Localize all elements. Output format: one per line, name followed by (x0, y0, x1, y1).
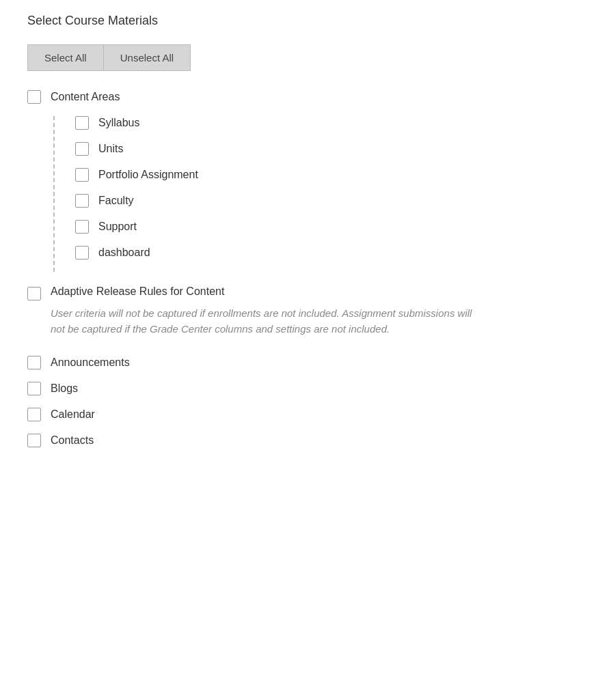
button-group: Select All Unselect All (27, 44, 571, 71)
calendar-checkbox[interactable] (27, 408, 41, 421)
calendar-label: Calendar (51, 408, 95, 421)
support-row: Support (75, 220, 571, 234)
adaptive-release-label: Adaptive Release Rules for Content (51, 285, 224, 298)
adaptive-release-note: User criteria will not be captured if en… (51, 306, 488, 337)
blogs-checkbox[interactable] (27, 382, 41, 395)
extra-items-section: Announcements Blogs Calendar Contacts (27, 356, 571, 447)
content-areas-row: Content Areas (27, 90, 571, 104)
contacts-label: Contacts (51, 434, 94, 447)
faculty-checkbox[interactable] (75, 194, 89, 208)
content-areas-children: Syllabus Units Portfolio Assignment Facu… (53, 116, 571, 272)
content-areas-section: Content Areas Syllabus Units Portfolio A… (27, 90, 571, 272)
content-areas-label: Content Areas (51, 91, 120, 103)
units-label: Units (98, 143, 123, 155)
adaptive-release-section: Adaptive Release Rules for Content User … (27, 285, 571, 337)
children-list: Syllabus Units Portfolio Assignment Facu… (75, 116, 571, 272)
blogs-label: Blogs (51, 382, 78, 395)
contacts-checkbox[interactable] (27, 434, 41, 447)
dashboard-checkbox[interactable] (75, 246, 89, 260)
page-title: Select Course Materials (27, 14, 571, 28)
syllabus-row: Syllabus (75, 116, 571, 130)
dashboard-row: dashboard (75, 246, 571, 260)
adaptive-release-checkbox[interactable] (27, 287, 41, 300)
contacts-row: Contacts (27, 434, 571, 447)
syllabus-checkbox[interactable] (75, 116, 89, 130)
announcements-checkbox[interactable] (27, 356, 41, 369)
faculty-row: Faculty (75, 194, 571, 208)
support-checkbox[interactable] (75, 220, 89, 234)
support-label: Support (98, 221, 137, 233)
blogs-row: Blogs (27, 382, 571, 395)
units-checkbox[interactable] (75, 142, 89, 156)
portfolio-assignment-row: Portfolio Assignment (75, 168, 571, 182)
calendar-row: Calendar (27, 408, 571, 421)
faculty-label: Faculty (98, 195, 134, 207)
announcements-row: Announcements (27, 356, 571, 369)
adaptive-release-note-block: User criteria will not be captured if en… (51, 306, 571, 337)
select-all-button[interactable]: Select All (27, 44, 103, 71)
tree-line (53, 116, 55, 272)
syllabus-label: Syllabus (98, 117, 139, 129)
content-areas-checkbox[interactable] (27, 90, 41, 104)
adaptive-release-header: Adaptive Release Rules for Content (27, 285, 571, 300)
unselect-all-button[interactable]: Unselect All (103, 44, 191, 71)
units-row: Units (75, 142, 571, 156)
portfolio-assignment-checkbox[interactable] (75, 168, 89, 182)
dashboard-label: dashboard (98, 247, 150, 259)
portfolio-assignment-label: Portfolio Assignment (98, 169, 198, 181)
announcements-label: Announcements (51, 356, 130, 369)
